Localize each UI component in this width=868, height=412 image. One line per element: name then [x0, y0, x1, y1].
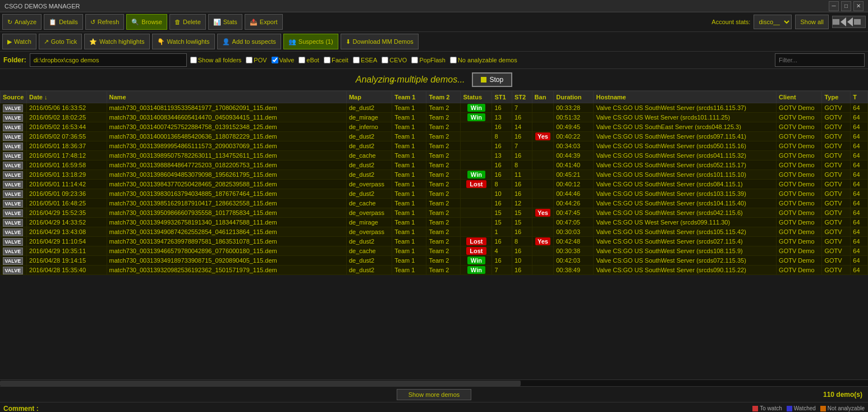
valve-checkbox[interactable]: [272, 57, 278, 63]
header-ban[interactable]: Ban: [532, 91, 554, 103]
watch-highlights-icon: ⭐: [89, 38, 97, 45]
download-mm-button[interactable]: ⬇ Download MM Demos: [341, 34, 419, 49]
goto-tick-button[interactable]: ↗ Goto Tick: [39, 34, 82, 49]
table-row[interactable]: VALVE2016/05/01 18:36:37match730_0031398…: [1, 141, 868, 151]
analyze-button[interactable]: ↻ Analyze: [2, 14, 42, 30]
ebot-checkbox[interactable]: [298, 57, 305, 63]
table-row[interactable]: VALVE2016/04/29 11:10:54match730_0031394…: [1, 237, 868, 246]
checkbox-ebot: eBot: [298, 57, 319, 63]
add-suspects-button[interactable]: 👤 Add to suspects: [217, 34, 281, 49]
account-stats-label: Account stats:: [711, 19, 750, 25]
table-row[interactable]: VALVE2016/05/01 16:48:25match730_0031398…: [1, 199, 868, 208]
checkbox-faceit: Faceit: [324, 57, 348, 63]
legend-red-dot: [752, 406, 758, 411]
goto-tick-icon: ↗: [44, 38, 49, 45]
status-lost: Lost: [466, 237, 486, 245]
checkbox-no-analyzable: No analyzable demos: [450, 57, 517, 63]
checkbox-cevo: CEVO: [382, 57, 407, 63]
scroll-bar[interactable]: [0, 379, 868, 386]
header-source[interactable]: Source: [1, 91, 27, 103]
refresh-button[interactable]: ↺ Refresh: [85, 14, 125, 30]
esea-checkbox[interactable]: [353, 57, 360, 63]
status-lost: Lost: [466, 247, 486, 255]
account-select[interactable]: disco__: [754, 15, 792, 29]
faceit-checkbox[interactable]: [324, 57, 330, 63]
download-mm-icon: ⬇: [346, 38, 351, 45]
status-win: Win: [467, 257, 485, 264]
source-badge: VALVE: [3, 257, 24, 265]
bottom-bar: Show more demos 110 demo(s): [0, 386, 868, 402]
show-more-button[interactable]: Show more demos: [397, 389, 472, 400]
suspects-button[interactable]: 👥 Suspects (1): [283, 34, 338, 49]
table-row[interactable]: VALVE2016/05/01 11:14:42match730_0031398…: [1, 180, 868, 189]
stats-icon: 📊: [213, 19, 221, 26]
source-badge: VALVE: [3, 228, 24, 236]
suspects-icon: 👥: [288, 38, 296, 45]
title-bar: CSGO DEMOS MANAGER ─ □ ✕: [0, 0, 868, 12]
table-row[interactable]: VALVE2016/05/01 17:48:12match730_0031398…: [1, 151, 868, 161]
folder-label: Folder:: [3, 56, 26, 64]
checkbox-show-all-folders: Show all folders: [190, 57, 242, 63]
svg-marker-2: [847, 17, 853, 26]
minimize-button[interactable]: ─: [829, 1, 839, 11]
table-container[interactable]: Source Date ↓ Name Map Team 1 Team 2 Sta…: [0, 91, 868, 379]
footer-bar: Comment : To watch Watched Not analyzabl…: [0, 402, 868, 412]
table-row[interactable]: VALVE2016/05/06 16:33:52match730_0031408…: [1, 103, 868, 113]
source-badge: VALVE: [3, 209, 24, 217]
source-badge: VALVE: [3, 143, 24, 150]
table-row[interactable]: VALVE2016/05/02 18:02:25match730_0031400…: [1, 113, 868, 122]
watch-lowlights-button[interactable]: 👇 Watch lowlights: [152, 34, 215, 49]
browse-button[interactable]: 🔍 Browse: [126, 14, 167, 30]
header-type[interactable]: Type: [822, 91, 851, 103]
source-badge: VALVE: [3, 200, 24, 208]
show-all-button[interactable]: Show all: [795, 15, 829, 29]
header-duration[interactable]: Duration: [554, 91, 594, 103]
details-button[interactable]: 📋 Details: [44, 14, 83, 30]
table-row[interactable]: VALVE2016/04/29 15:52:35match730_0031395…: [1, 208, 868, 218]
table-row[interactable]: VALVE2016/05/01 16:59:58match730_0031398…: [1, 161, 868, 170]
filter-input[interactable]: [775, 53, 865, 67]
folder-path-input[interactable]: [30, 53, 187, 67]
header-st1[interactable]: ST1: [492, 91, 512, 103]
header-hostname[interactable]: Hostname: [594, 91, 777, 103]
header-date[interactable]: Date ↓: [27, 91, 107, 103]
table-row[interactable]: VALVE2016/04/29 14:33:52match730_0031394…: [1, 218, 868, 227]
table-row[interactable]: VALVE2016/04/29 13:43:08match730_0031394…: [1, 227, 868, 237]
delete-button[interactable]: 🗑 Delete: [169, 14, 206, 30]
source-badge: VALVE: [3, 104, 24, 112]
maximize-button[interactable]: □: [841, 1, 851, 11]
refresh-icon: ↺: [90, 19, 95, 26]
toolbar-row1: ↻ Analyze 📋 Details ↺ Refresh 🔍 Browse 🗑…: [0, 12, 868, 32]
checkbox-popflash: PopFlash: [411, 57, 445, 63]
show-all-folders-checkbox[interactable]: [190, 57, 197, 63]
close-button[interactable]: ✕: [853, 1, 864, 11]
pov-checkbox[interactable]: [246, 57, 252, 63]
analyzing-text: Analyzing multiple demos...: [356, 75, 465, 85]
header-t[interactable]: T: [851, 91, 868, 103]
table-row[interactable]: VALVE2016/05/02 07:36:55match730_0031400…: [1, 132, 868, 141]
no-analyzable-checkbox[interactable]: [450, 57, 457, 63]
header-team1[interactable]: Team 1: [392, 91, 426, 103]
table-row[interactable]: VALVE2016/05/01 13:18:29match730_0031398…: [1, 170, 868, 180]
table-row[interactable]: VALVE2016/05/01 09:23:36match730_0031398…: [1, 189, 868, 199]
status-lost: Lost: [466, 180, 486, 188]
header-status[interactable]: Status: [461, 91, 492, 103]
header-map[interactable]: Map: [346, 91, 392, 103]
table-row[interactable]: VALVE2016/05/02 16:53:44match730_0031400…: [1, 122, 868, 132]
export-button[interactable]: 📤 Export: [245, 14, 283, 30]
stats-button[interactable]: 📊 Stats: [208, 14, 242, 30]
header-client[interactable]: Client: [777, 91, 822, 103]
cevo-checkbox[interactable]: [382, 57, 388, 63]
table-row[interactable]: VALVE2016/04/28 15:35:40match730_0031393…: [1, 265, 868, 275]
table-row[interactable]: VALVE2016/04/29 10:35:11match730_0031394…: [1, 246, 868, 256]
header-name[interactable]: Name: [107, 91, 346, 103]
popflash-checkbox[interactable]: [411, 57, 418, 63]
header-st2[interactable]: ST2: [512, 91, 532, 103]
status-win: Win: [467, 113, 485, 121]
delete-icon: 🗑: [174, 19, 181, 25]
stop-button[interactable]: Stop: [472, 72, 513, 87]
watch-highlights-button[interactable]: ⭐ Watch highlights: [84, 34, 149, 49]
table-row[interactable]: VALVE2016/04/28 19:14:15match730_0031393…: [1, 256, 868, 265]
watch-button[interactable]: ▶ Watch: [2, 34, 36, 49]
header-team2[interactable]: Team 2: [426, 91, 461, 103]
